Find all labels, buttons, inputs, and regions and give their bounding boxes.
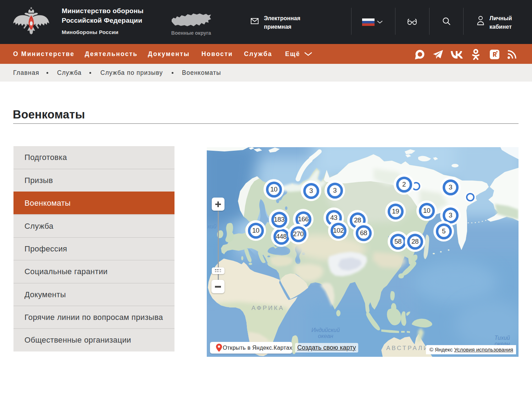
svg-text:кий: кий	[207, 223, 216, 229]
